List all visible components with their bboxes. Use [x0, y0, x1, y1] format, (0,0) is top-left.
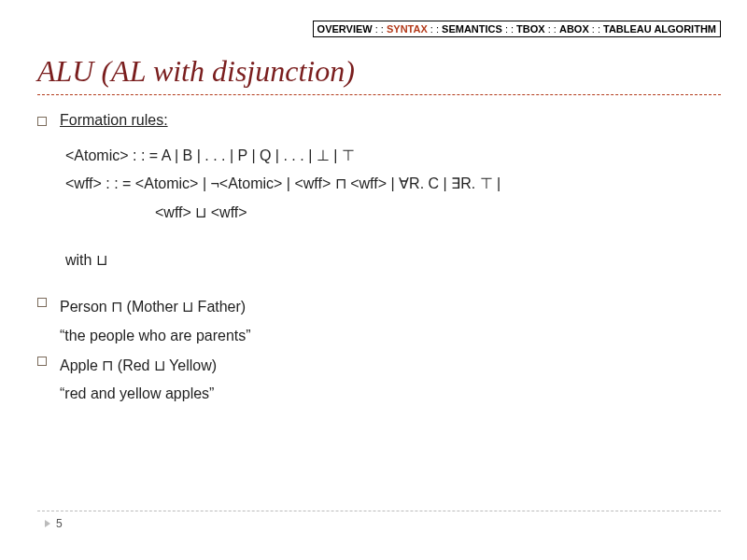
example-gloss: “red and yellow apples”	[60, 380, 217, 408]
example-expr: Person ⊓ (Mother ⊔ Father)	[60, 293, 251, 321]
page-marker-icon	[45, 520, 50, 527]
breadcrumb-item-overview: OVERVIEW	[317, 23, 373, 35]
breadcrumb-item-abox: ABOX	[559, 23, 589, 35]
breadcrumb-sep: : :	[545, 23, 559, 35]
title-divider	[37, 94, 721, 95]
footer: 5	[37, 511, 721, 530]
breadcrumb-sep: : :	[589, 23, 603, 35]
breadcrumb-sep: : :	[502, 23, 516, 35]
footer-divider	[37, 511, 721, 511]
breadcrumb-sep: : :	[428, 23, 442, 35]
bullet-icon	[37, 298, 47, 307]
slide-title: ALU (AL with disjunction)	[37, 54, 721, 89]
formation-rules-label: Formation rules:	[60, 112, 168, 129]
page-number: 5	[56, 517, 63, 530]
rule-atomic: <Atomic> : : = A | B | . . . | P | Q | .…	[65, 142, 710, 170]
example-gloss: “the people who are parents”	[60, 322, 251, 350]
example-expr: Apple ⊓ (Red ⊔ Yellow)	[60, 352, 217, 380]
breadcrumb-item-syntax: SYNTAX	[387, 23, 428, 35]
bullet-icon	[37, 117, 47, 126]
rule-wff-line2: <wff> ⊔ <wff>	[155, 199, 710, 227]
rule-wff-line1: <wff> : : = <Atomic> | ¬<Atomic> | <wff>…	[65, 170, 710, 198]
bullet-icon	[37, 357, 47, 366]
slide-content: Formation rules: <Atomic> : : = A | B | …	[37, 112, 710, 411]
breadcrumb: OVERVIEW : : SYNTAX : : SEMANTICS : : TB…	[313, 21, 721, 37]
breadcrumb-item-semantics: SEMANTICS	[442, 23, 502, 35]
breadcrumb-sep: : :	[373, 23, 387, 35]
breadcrumb-item-tableau: TABLEAU ALGORITHM	[603, 23, 716, 35]
with-note: with ⊔	[65, 251, 710, 269]
breadcrumb-item-tbox: TBOX	[516, 23, 545, 35]
